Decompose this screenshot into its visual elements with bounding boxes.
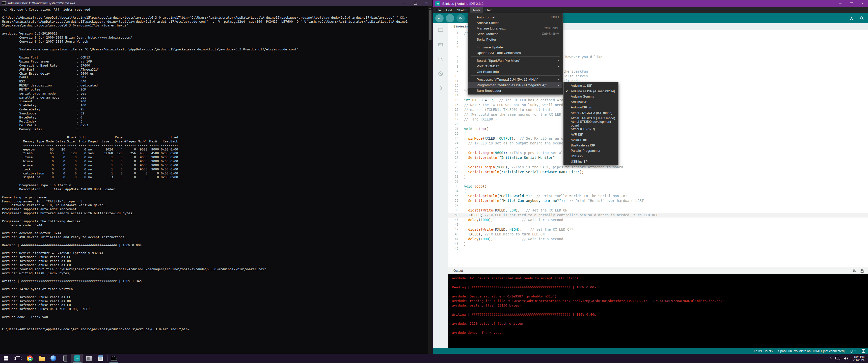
globe-browser-icon — [51, 356, 56, 361]
tools-menu-item-programmer-arduino-as-isp-atmega32u4[interactable]: Programmer: "Arduino as ISP (ATmega32U4)… — [468, 82, 562, 88]
terminal-scrollbar[interactable]: ▲ — [428, 6, 432, 354]
submenu-arrow-icon: ▸ — [558, 59, 559, 62]
line-number: 2 — [448, 36, 464, 40]
taskbar-button-arduino-ide[interactable]: ∞ — [71, 354, 83, 363]
tools-menu-item-manage-libraries[interactable]: Manage Libraries...Ctrl+Shift+I — [468, 26, 562, 31]
programmer-option-atmel-jtagice3-isp-mode[interactable]: Atmel JTAGICE3 (ISP mode) — [564, 110, 618, 116]
tools-menu-item-get-board-info[interactable]: Get Board Info — [468, 69, 562, 74]
programmer-option-arduinoisp[interactable]: ArduinoISP — [564, 99, 618, 105]
tools-menu-item-upload-ssl-root-certificates[interactable]: Upload SSL Root Certificates — [468, 50, 562, 56]
sidebar-debugger-icon[interactable] — [437, 71, 444, 77]
board-port-status[interactable]: SparkFun Pro Micro on COM11 [not connect… — [778, 350, 844, 353]
scrollbar-thumb[interactable] — [429, 10, 432, 40]
taskbar-button-file-explorer[interactable] — [36, 354, 48, 363]
programmer-option-arduino-as-isp[interactable]: Arduino as ISP — [564, 83, 618, 89]
taskbar-button-command-prompt[interactable]: C:\_ — [108, 354, 120, 363]
programmer-option-usbasp[interactable]: USBasp — [564, 154, 618, 159]
programmer-option-arduino-as-isp-atmega32u4[interactable]: ✓Arduino as ISP (ATmega32U4) — [564, 89, 618, 94]
programmer-option-arduino-gemma[interactable]: Arduino Gemma — [564, 94, 618, 99]
upload-button[interactable]: → — [446, 14, 454, 23]
code-line-36: 36 Serial1.println("Hello! Can anybody h… — [448, 198, 868, 203]
code-line-27: 27 Serial.println("Initialize Serial Mon… — [448, 155, 868, 160]
tools-menu-item-firmware-updater[interactable]: Firmware Updater — [468, 44, 562, 50]
sidebar-boards-manager-icon[interactable] — [437, 41, 444, 47]
toggle-panel-icon[interactable] — [862, 350, 865, 353]
code-line-43: 43 TXLED1; //TX LED macro to turn LED ON — [448, 232, 868, 237]
tools-menu-item-board-sparkfun-pro-micro[interactable]: Board: "SparkFun Pro Micro"▸ — [468, 58, 562, 63]
cursor-position[interactable]: Ln 39, Col 95 — [754, 350, 773, 353]
maximize-button[interactable] — [410, 0, 421, 6]
line-number: 14 — [448, 93, 464, 98]
serial-monitor-icon[interactable] — [859, 16, 865, 21]
serial-plotter-icon[interactable] — [849, 16, 855, 21]
menu-edit[interactable]: Edit — [443, 7, 455, 13]
taskbar-button-hardware-device[interactable] — [83, 354, 95, 363]
sidebar-search-icon[interactable] — [437, 85, 444, 91]
scroll-up-icon[interactable]: ▲ — [428, 6, 432, 9]
taskbar-button-task-view[interactable] — [12, 354, 24, 363]
taskbar-clock[interactable]: 6:04 PM 6/11/2024 — [852, 355, 865, 362]
programmer-option-atmel-stk500-development-board[interactable]: Atmel STK500 development board — [564, 121, 618, 127]
sidebar-library-manager-icon[interactable] — [437, 56, 444, 62]
code-text: int RXLED = 17; // The RX LED has a defi… — [464, 98, 580, 103]
ide-minimize-button[interactable] — [835, 0, 846, 7]
arduino-ide-window: ∞ Blinkies | Arduino IDE 2.3.2 ✕ FileEdi… — [433, 0, 868, 354]
programmer-option-avr-isp[interactable]: AVR ISP — [564, 132, 618, 137]
ide-close-button[interactable]: ✕ — [857, 0, 868, 7]
code-text: */ — [464, 88, 468, 93]
sidebar-sketchbook-icon[interactable] — [437, 27, 444, 33]
menu-item-label: Processor: "ATmega32U4 (5V, 16 MHz)" — [477, 78, 555, 81]
taskbar-button-phone-device[interactable] — [59, 354, 71, 363]
programmer-option-arduinoisp-org[interactable]: ArduinoISP.org — [564, 105, 618, 110]
taskbar-button-chrome[interactable] — [24, 354, 36, 363]
tools-menu-item-auto-format[interactable]: Auto FormatCtrl+T — [468, 14, 562, 20]
cmd-titlebar[interactable]: Administrator: C:\Windows\System32\cmd.e… — [0, 0, 432, 6]
scroll-lock-icon[interactable] — [860, 269, 864, 273]
tools-menu-item-port-com11[interactable]: Port: "COM11"▸ — [468, 63, 562, 69]
code-line-41: 41 — [448, 222, 868, 227]
ide-maximize-button[interactable] — [846, 0, 857, 7]
minimize-button[interactable] — [399, 0, 410, 6]
tools-menu-item-serial-plotter[interactable]: Serial Plotter — [468, 37, 562, 42]
programmer-option-avrisp-mkii[interactable]: AVRISP mkII — [564, 137, 618, 143]
programmer-option-label: AVRISP mkII — [571, 138, 589, 142]
network-icon[interactable] — [835, 357, 840, 361]
taskbar-button-start[interactable] — [0, 354, 12, 363]
tools-menu-item-burn-bootloader[interactable]: Burn Bootloader — [468, 88, 562, 93]
clear-output-icon[interactable] — [852, 269, 857, 273]
ide-titlebar[interactable]: ∞ Blinkies | Arduino IDE 2.3.2 ✕ — [433, 0, 868, 7]
code-text: delay(1000); // wait for a second — [464, 218, 563, 222]
debug-button[interactable] — [457, 14, 465, 23]
output-console[interactable]: avrdude: AVR device initialized and read… — [448, 274, 868, 349]
taskbar-button-notepad[interactable] — [95, 354, 107, 363]
tools-menu-item-processor-atmega32u4-5v-16-mhz[interactable]: Processor: "ATmega32U4 (5V, 16 MHz)"▸ — [468, 77, 562, 82]
line-number: 3 — [448, 40, 464, 45]
tools-menu-item-serial-monitor[interactable]: Serial MonitorCtrl+Shift+M — [468, 31, 562, 37]
code-text: digitalWrite(RXLED, HIGH); // set the RX… — [464, 227, 574, 232]
tools-menu-item-archive-sketch[interactable]: Archive Sketch — [468, 20, 562, 26]
tray-chevron-icon[interactable]: ^ — [830, 357, 832, 360]
line-number: 29 — [448, 165, 464, 170]
line-number: 21 — [448, 127, 464, 131]
menu-file[interactable]: File — [433, 7, 443, 13]
programmer-option-parallel-programmer[interactable]: Parallel Programmer — [564, 148, 618, 154]
line-number: 35 — [448, 194, 464, 198]
menu-item-shortcut: Ctrl+T — [551, 15, 559, 19]
programmer-option-label: BusPirate as ISP — [571, 143, 595, 147]
terminal-output[interactable]: (c) Microsoft Corporation. All rights re… — [2, 7, 428, 354]
programmer-option-buspirate-as-isp[interactable]: BusPirate as ISP — [564, 143, 618, 148]
taskbar-button-globe-browser[interactable] — [48, 354, 59, 363]
line-number: 40 — [448, 218, 464, 222]
line-number: 9 — [448, 69, 464, 74]
menu-item-label: Auto Format — [477, 15, 548, 19]
menu-help[interactable]: Help — [483, 7, 495, 13]
verify-button[interactable]: ✓ — [435, 14, 443, 23]
menu-tools[interactable]: Tools — [470, 7, 483, 13]
menu-item-label: Archive Sketch — [477, 21, 559, 25]
programmer-option-usbtinyisp[interactable]: USBtinyISP — [564, 159, 618, 164]
close-button[interactable]: ✕ — [421, 0, 432, 6]
menu-sketch[interactable]: Sketch — [455, 7, 470, 13]
volume-icon[interactable] — [844, 357, 848, 361]
notifications-bell[interactable]: 2 — [850, 350, 856, 353]
line-number: 7 — [448, 60, 464, 64]
